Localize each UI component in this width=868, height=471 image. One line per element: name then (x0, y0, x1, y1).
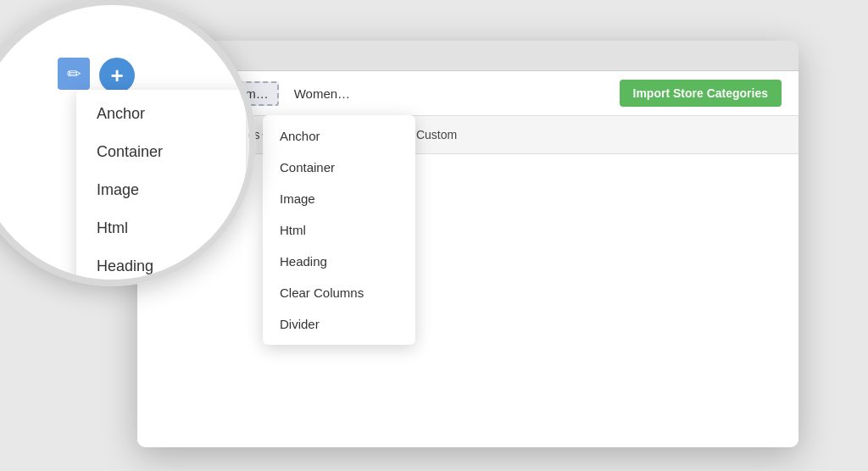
dropdown-item-clear-columns[interactable]: Clear Columns (263, 277, 415, 308)
magnify-circle: ✏ + Anchor Container Image Html Heading … (0, 0, 256, 286)
magnify-bg: ✏ + Anchor Container Image Html Heading … (0, 5, 249, 280)
mag-add-element-button[interactable]: + (99, 58, 135, 93)
dropdown-item-divider[interactable]: Divider (263, 308, 415, 340)
mag-dropdown-item-image[interactable]: Image (76, 171, 246, 209)
mag-dropdown-item-html[interactable]: Html (76, 209, 246, 247)
dropdown-item-heading[interactable]: Heading (263, 246, 415, 277)
dropdown-item-container[interactable]: Container (263, 152, 415, 183)
dropdown-item-html[interactable]: Html (263, 214, 415, 246)
mag-element-dropdown: Anchor Container Image Html Heading Clea… (76, 90, 246, 286)
import-store-categories-button[interactable]: Import Store Categories (620, 80, 782, 107)
mag-dropdown-item-anchor[interactable]: Anchor (76, 95, 246, 133)
mag-pencil-icon: ✏ (58, 58, 90, 90)
nav-item-women[interactable]: Women… (287, 83, 357, 104)
mag-dropdown-item-container[interactable]: Container (76, 133, 246, 171)
dropdown-item-anchor[interactable]: Anchor (263, 120, 415, 152)
dropdown-item-image[interactable]: Image (263, 183, 415, 214)
nav-link-custom[interactable]: Custom (408, 125, 465, 145)
element-dropdown-menu: Anchor Container Image Html Heading Clea… (263, 115, 415, 345)
scene: ✏ + Hom… Women… Import Store Categories … (70, 24, 798, 447)
